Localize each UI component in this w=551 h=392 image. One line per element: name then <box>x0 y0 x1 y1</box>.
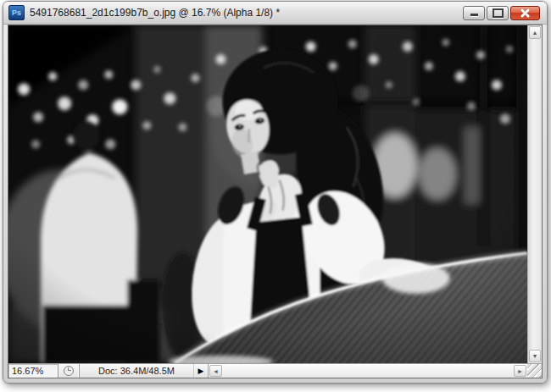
maximize-icon <box>493 8 504 18</box>
status-bar: 16.67% Doc: 36.4M/48.5M ▶ ◄ ► <box>8 363 542 378</box>
close-button[interactable] <box>510 6 540 20</box>
status-circle-icon <box>58 364 80 378</box>
close-icon <box>520 9 530 17</box>
vertical-scroll-track[interactable] <box>528 40 542 349</box>
doc-size-info[interactable]: Doc: 36.4M/48.5M <box>80 364 194 378</box>
status-menu-button[interactable]: ▶ <box>194 364 209 378</box>
minimize-button[interactable] <box>463 6 485 20</box>
minimize-icon <box>470 14 478 17</box>
zoom-level-field[interactable]: 16.67% <box>8 364 58 378</box>
maximize-button[interactable] <box>487 6 509 20</box>
vertical-scrollbar[interactable]: ▲ ▼ <box>527 25 542 363</box>
horizontal-scroll-track[interactable] <box>223 364 513 378</box>
document-content-area: ▲ ▼ 16.67% Doc: 36.4M/48.5M ▶ ◄ ► <box>8 25 543 378</box>
horizontal-scrollbar[interactable]: ◄ ► <box>209 364 527 378</box>
window-titlebar[interactable]: Ps 5491768681_2d1c199b7b_o.jpg @ 16.7% (… <box>3 2 547 25</box>
photoshop-document-window: Ps 5491768681_2d1c199b7b_o.jpg @ 16.7% (… <box>3 1 548 384</box>
resize-grip[interactable] <box>527 364 542 378</box>
scroll-up-icon[interactable]: ▲ <box>529 26 541 39</box>
photoshop-app-icon: Ps <box>8 5 25 20</box>
scroll-left-icon[interactable]: ◄ <box>209 365 222 377</box>
window-title: 5491768681_2d1c199b7b_o.jpg @ 16.7% (Alp… <box>30 7 463 19</box>
photo-artwork <box>8 25 527 363</box>
window-controls <box>463 6 540 20</box>
scroll-down-icon[interactable]: ▼ <box>529 350 541 362</box>
scroll-right-icon[interactable]: ► <box>514 365 526 377</box>
photo-canvas[interactable] <box>8 25 527 363</box>
